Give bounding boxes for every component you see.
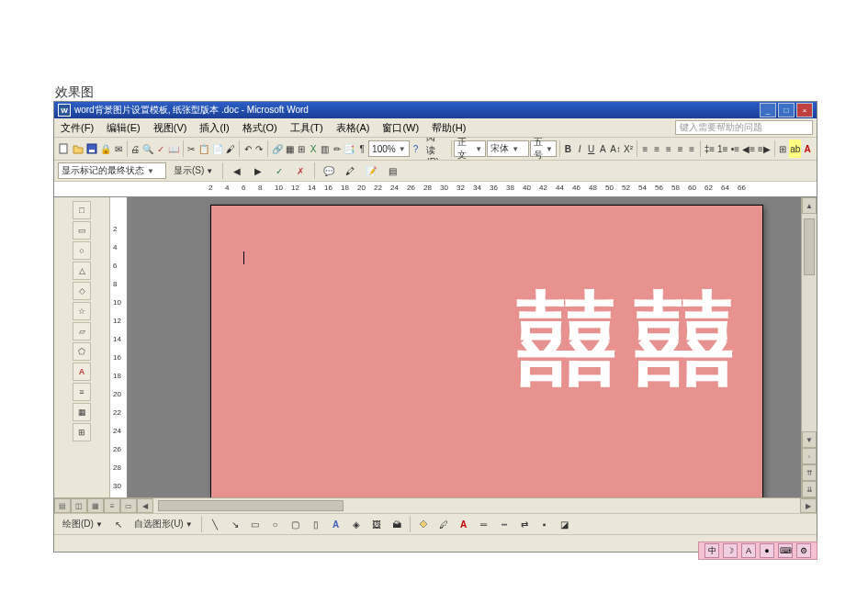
new-doc-icon[interactable]	[58, 140, 71, 158]
pane-tool-6[interactable]: ☆	[73, 302, 91, 320]
web-view-icon[interactable]: ◫	[71, 498, 87, 513]
show-hide-icon[interactable]: ¶	[356, 140, 367, 158]
ime-language-bar[interactable]: 中 ☽ A ● ⌨ ⚙	[698, 541, 817, 560]
decrease-indent-icon[interactable]: ◀≡	[741, 140, 756, 158]
tables-borders-icon[interactable]: ▦	[285, 140, 296, 158]
arrow-style-icon[interactable]: ⇄	[515, 515, 534, 533]
mail-icon[interactable]: ✉	[113, 140, 124, 158]
help-icon[interactable]: ?	[411, 140, 422, 158]
font-color-icon[interactable]: A	[802, 140, 813, 158]
open-icon[interactable]	[72, 140, 85, 158]
justify-icon[interactable]: ≡	[675, 140, 686, 158]
columns-icon[interactable]: ▥	[320, 140, 331, 158]
insert-comment-icon[interactable]: 💬	[320, 162, 338, 180]
close-button[interactable]: ×	[796, 103, 813, 117]
line-style-icon[interactable]: ═	[475, 515, 493, 533]
outline-view-icon[interactable]: ≡	[104, 498, 120, 513]
maximize-button[interactable]: □	[778, 103, 795, 117]
underline-icon[interactable]: U	[586, 140, 597, 158]
align-right-icon[interactable]: ≡	[663, 140, 674, 158]
highlight-icon[interactable]: ab	[789, 140, 801, 158]
textbox-icon[interactable]: ▢	[287, 515, 305, 533]
menu-view[interactable]: 视图(V)	[147, 119, 194, 137]
print-icon[interactable]: 🖨	[130, 140, 141, 158]
vscroll-thumb[interactable]	[804, 218, 815, 275]
minimize-button[interactable]: _	[760, 103, 776, 117]
display-markup-combo[interactable]: 显示标记的最终状态▼	[58, 162, 166, 179]
excel-icon[interactable]: X	[308, 140, 319, 158]
research-icon[interactable]: 📖	[167, 140, 180, 158]
draw-menu-button[interactable]: 绘图(D)▼	[58, 515, 107, 533]
redo-icon[interactable]: ↷	[254, 140, 265, 158]
menu-edit[interactable]: 编辑(E)	[100, 119, 147, 137]
bullets-icon[interactable]: •≡	[729, 140, 740, 158]
permission-icon[interactable]: 🔒	[99, 140, 112, 158]
align-left-icon[interactable]: ≡	[640, 140, 651, 158]
wordart-icon[interactable]: A	[327, 515, 345, 533]
highlight2-icon[interactable]: 🖍	[341, 162, 359, 180]
fill-color-icon[interactable]	[414, 515, 433, 533]
scroll-right-icon[interactable]: ▶	[800, 498, 817, 513]
menu-tools[interactable]: 工具(T)	[284, 119, 330, 137]
format-painter-icon[interactable]: 🖌	[225, 140, 236, 158]
docmap-icon[interactable]: 📑	[343, 140, 355, 158]
paste-icon[interactable]: 📄	[211, 140, 224, 158]
pane-tool-12[interactable]: ⊞	[73, 423, 91, 441]
pane-tool-11[interactable]: ▦	[73, 403, 91, 421]
increase-indent-icon[interactable]: ≡▶	[757, 140, 772, 158]
spelling-icon[interactable]: ✓	[155, 140, 166, 158]
reject-change-icon[interactable]: ✗	[291, 162, 310, 180]
undo-icon[interactable]: ↶	[242, 140, 254, 158]
document-canvas[interactable]: 囍 囍	[128, 197, 801, 497]
zoom-combo[interactable]: 100%▼	[368, 140, 410, 157]
char-shading-icon[interactable]: X²	[623, 140, 634, 158]
prev-page-icon[interactable]: ⇈	[802, 464, 817, 481]
read-mode-button[interactable]: 阅读(R)	[422, 140, 447, 158]
menu-insert[interactable]: 插入(I)	[193, 119, 235, 137]
3d-icon[interactable]: ◪	[556, 515, 574, 533]
style-combo[interactable]: 正文▼	[454, 140, 486, 157]
bold-icon[interactable]: B	[562, 140, 573, 158]
next-change-icon[interactable]: ▶	[249, 162, 267, 180]
scroll-down-icon[interactable]: ▼	[802, 431, 817, 448]
pane-tool-10[interactable]: ≡	[73, 383, 91, 401]
line-icon[interactable]: ╲	[206, 515, 224, 533]
rectangle-icon[interactable]: ▭	[246, 515, 265, 533]
reviewing-pane-icon[interactable]: ▤	[383, 162, 401, 180]
menu-window[interactable]: 窗口(W)	[376, 119, 425, 137]
hscroll-thumb[interactable]	[158, 500, 344, 511]
double-happiness-wordart[interactable]: 囍 囍	[516, 288, 735, 389]
ime-punct-icon[interactable]: ●	[760, 543, 774, 558]
ime-mode-icon[interactable]: ☽	[723, 543, 738, 558]
vertical-ruler[interactable]: 24681012141618202224262830	[110, 197, 128, 497]
scroll-left-icon[interactable]: ◀	[137, 498, 153, 513]
font-combo[interactable]: 宋体▼	[487, 140, 529, 157]
char-scaling-icon[interactable]: A↕	[609, 140, 622, 158]
line-color-icon[interactable]: 🖊	[434, 515, 453, 533]
pane-tool-7[interactable]: ▱	[73, 322, 91, 340]
print-layout-view-icon[interactable]: ▦	[87, 498, 104, 513]
cut-icon[interactable]: ✂	[186, 140, 197, 158]
clipart-icon[interactable]: 🖼	[367, 515, 386, 533]
menu-table[interactable]: 表格(A)	[330, 119, 377, 137]
prev-change-icon[interactable]: ◀	[228, 162, 246, 180]
font-size-combo[interactable]: 五号▼	[530, 140, 557, 157]
pane-tool-2[interactable]: ▭	[73, 221, 91, 240]
pane-tool-8[interactable]: ⬠	[73, 342, 91, 361]
pane-tool-4[interactable]: △	[73, 262, 91, 280]
save-icon[interactable]	[85, 140, 98, 158]
italic-icon[interactable]: I	[574, 140, 585, 158]
dash-style-icon[interactable]: ┅	[495, 515, 513, 533]
pane-tool-9[interactable]: A	[73, 363, 91, 381]
show-markup-button[interactable]: 显示(S)▼	[169, 162, 218, 180]
distribute-icon[interactable]: ≡	[686, 140, 697, 158]
insert-table-icon[interactable]: ⊞	[297, 140, 308, 158]
diagram-icon[interactable]: ◈	[347, 515, 366, 533]
horizontal-scrollbar[interactable]: ▤ ◫ ▦ ≡ ▭ ◀ ▶	[54, 497, 817, 513]
menu-file[interactable]: 文件(F)	[54, 119, 100, 137]
font-border-icon[interactable]: A	[598, 140, 609, 158]
font-color-draw-icon[interactable]: A	[455, 515, 473, 533]
help-search-input[interactable]: 键入需要帮助的问题	[675, 120, 813, 135]
border-icon[interactable]: ⊞	[777, 140, 788, 158]
document-page[interactable]: 囍 囍	[210, 205, 763, 497]
